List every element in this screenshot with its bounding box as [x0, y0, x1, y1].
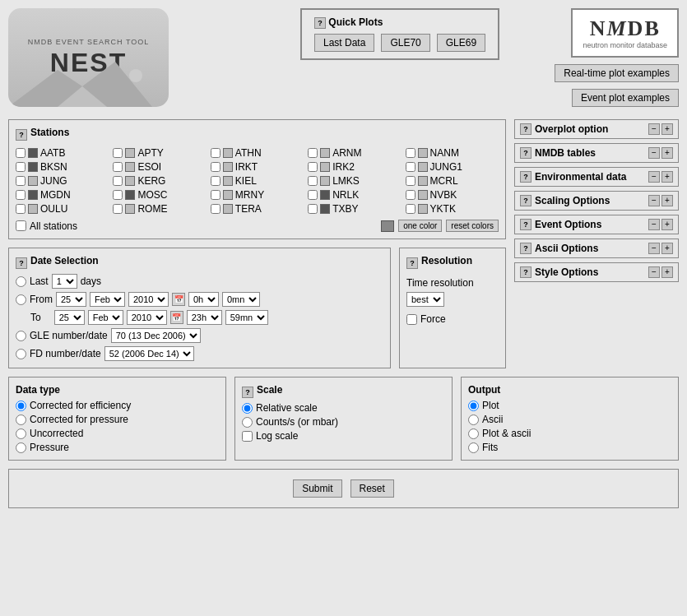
ascii-help-btn[interactable]: ? — [520, 243, 531, 254]
station-athn-checkbox[interactable] — [211, 148, 220, 158]
force-checkbox[interactable] — [406, 314, 417, 325]
station-nrlk-checkbox[interactable] — [308, 190, 318, 200]
event-plot-examples-button[interactable]: Event plot examples — [572, 89, 679, 107]
from-day-select[interactable]: 25 — [56, 292, 86, 307]
ascii-minus-btn[interactable]: − — [648, 243, 660, 254]
to-hour-select[interactable]: 23h — [187, 310, 222, 325]
to-day-select[interactable]: 25 — [54, 310, 85, 325]
station-apty-checkbox[interactable] — [113, 148, 123, 158]
from-min-select[interactable]: 0mn — [222, 292, 260, 307]
gle69-button[interactable]: GLE69 — [437, 34, 485, 52]
corrected-pressure-radio[interactable] — [16, 415, 26, 425]
last-days-select[interactable]: 1237 — [52, 274, 77, 289]
style-minus-btn[interactable]: − — [648, 266, 660, 278]
station-kiel-checkbox[interactable] — [211, 176, 220, 186]
event-help-btn[interactable]: ? — [520, 219, 531, 230]
environmental-plus-btn[interactable]: + — [661, 171, 673, 183]
nmdb-tables-help-btn[interactable]: ? — [520, 147, 531, 159]
station-nanm-checkbox[interactable] — [406, 148, 415, 158]
station-esoi-checkbox[interactable] — [113, 162, 123, 172]
event-minus-btn[interactable]: − — [648, 219, 660, 230]
from-calendar-icon[interactable]: 📅 — [172, 293, 185, 306]
station-lmks-checkbox[interactable] — [308, 176, 318, 186]
from-year-select[interactable]: 2010 — [128, 292, 169, 307]
corrected-efficiency-label: Corrected for efficiency — [30, 400, 131, 411]
last-days-radio[interactable] — [16, 276, 26, 287]
station-txby-color — [320, 204, 330, 214]
environmental-help-btn[interactable]: ? — [520, 171, 531, 183]
to-month-select[interactable]: Feb — [88, 310, 123, 325]
one-color-button[interactable]: one color — [398, 220, 442, 232]
overplot-minus-btn[interactable]: − — [648, 123, 660, 135]
station-jung1-checkbox[interactable] — [406, 162, 415, 172]
reset-colors-button[interactable]: reset colors — [446, 220, 499, 232]
gle-select[interactable]: 70 (13 Dec 2006) — [111, 328, 201, 343]
gle70-button[interactable]: GLE70 — [381, 34, 429, 52]
station-rome-checkbox[interactable] — [113, 204, 123, 214]
scaling-help-btn[interactable]: ? — [520, 195, 531, 206]
station-bksn-checkbox[interactable] — [16, 162, 26, 172]
station-mgdn-checkbox[interactable] — [16, 190, 26, 200]
stations-help-btn[interactable]: ? — [16, 129, 27, 141]
station-mcrl-checkbox[interactable] — [406, 176, 415, 186]
nmdb-tables-minus-btn[interactable]: − — [648, 147, 660, 159]
realtime-plot-examples-button[interactable]: Real-time plot examples — [555, 64, 679, 82]
to-calendar-icon[interactable]: 📅 — [170, 311, 183, 324]
log-scale-checkbox[interactable] — [242, 431, 253, 442]
to-year-select[interactable]: 2010 — [127, 310, 167, 325]
reset-button[interactable]: Reset — [350, 479, 394, 498]
all-stations-checkbox[interactable] — [16, 220, 26, 231]
overplot-plus-btn[interactable]: + — [661, 123, 673, 135]
style-plus-btn[interactable]: + — [661, 266, 673, 278]
station-oulu-checkbox[interactable] — [16, 204, 26, 214]
scale-help-btn[interactable]: ? — [242, 387, 253, 398]
fd-radio[interactable] — [16, 349, 26, 359]
plot-radio[interactable] — [468, 401, 479, 411]
station-mcrl: MCRL — [406, 175, 499, 187]
station-jung-checkbox[interactable] — [16, 176, 26, 186]
station-irk2-checkbox[interactable] — [308, 162, 318, 172]
station-nvbk-checkbox[interactable] — [406, 190, 415, 200]
gle-radio[interactable] — [16, 331, 26, 341]
time-resolution-select[interactable]: best 1mn 5mn 1h — [406, 292, 444, 307]
event-plus-btn[interactable]: + — [661, 219, 673, 230]
station-irkt-checkbox[interactable] — [211, 162, 220, 172]
to-min-select[interactable]: 59mn — [225, 310, 268, 325]
station-kerg-checkbox[interactable] — [113, 176, 123, 186]
station-mrny-checkbox[interactable] — [211, 190, 220, 200]
station-tera-checkbox[interactable] — [211, 204, 220, 214]
station-yktk-checkbox[interactable] — [406, 204, 415, 214]
scaling-plus-btn[interactable]: + — [661, 195, 673, 206]
resolution-help-btn[interactable]: ? — [406, 257, 418, 269]
ascii-plus-btn[interactable]: + — [661, 243, 673, 254]
station-arnm-checkbox[interactable] — [308, 148, 318, 158]
station-mosc-checkbox[interactable] — [113, 190, 123, 200]
date-selection-help-btn[interactable]: ? — [16, 257, 27, 269]
from-radio[interactable] — [16, 294, 26, 305]
corrected-efficiency-radio[interactable] — [16, 401, 26, 411]
station-txby-checkbox[interactable] — [308, 204, 318, 214]
pressure-radio[interactable] — [16, 442, 26, 453]
uncorrected-label: Uncorrected — [30, 428, 83, 439]
station-mosc-color — [125, 190, 135, 200]
fits-radio[interactable] — [468, 442, 479, 453]
station-aatb-checkbox[interactable] — [16, 148, 26, 158]
overplot-help-btn[interactable]: ? — [520, 123, 531, 135]
station-yktk: YKTK — [406, 203, 499, 215]
plot-ascii-radio[interactable] — [468, 428, 479, 439]
environmental-minus-btn[interactable]: − — [648, 171, 660, 183]
from-hour-select[interactable]: 0h — [188, 292, 219, 307]
quick-plots-help-btn[interactable]: ? — [314, 17, 326, 29]
from-month-select[interactable]: Feb — [90, 292, 125, 307]
last-data-button[interactable]: Last Data — [314, 34, 374, 52]
stations-title: Stations — [30, 127, 69, 138]
scaling-minus-btn[interactable]: − — [648, 195, 660, 206]
fd-select[interactable]: 52 (2006 Dec 14) — [104, 346, 194, 361]
ascii-output-radio[interactable] — [468, 415, 479, 425]
style-help-btn[interactable]: ? — [520, 266, 531, 278]
relative-scale-radio[interactable] — [242, 403, 253, 414]
nmdb-tables-plus-btn[interactable]: + — [661, 147, 673, 159]
uncorrected-radio[interactable] — [16, 428, 26, 439]
submit-button[interactable]: Submit — [293, 479, 341, 498]
counts-radio[interactable] — [242, 417, 253, 428]
